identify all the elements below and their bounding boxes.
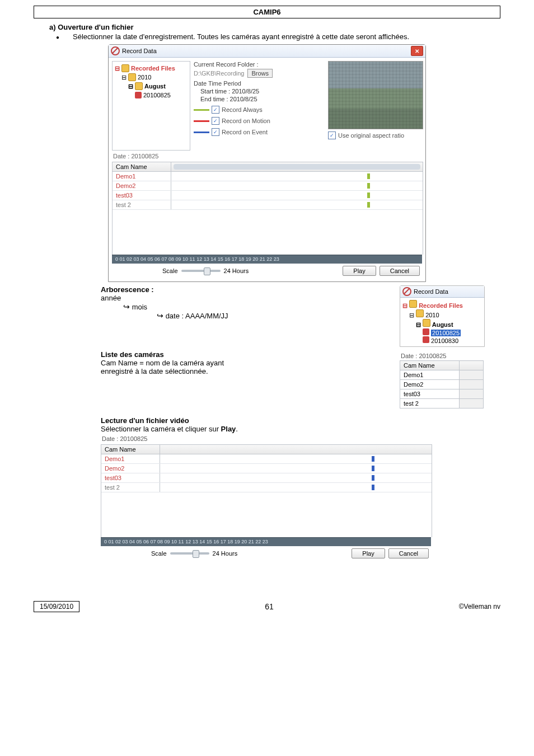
close-icon[interactable]: ✕ bbox=[411, 46, 423, 56]
record-data-window: Record Data ✕ ⊟ Recorded Files ⊟ 2010 ⊟ … bbox=[108, 44, 426, 282]
clb-cam: test 2 bbox=[400, 399, 460, 408]
current-folder-label: Current Record Folder : bbox=[194, 61, 325, 68]
blip bbox=[367, 183, 370, 189]
t2-date-value: 20100825 bbox=[120, 435, 147, 442]
arrow-icon: ↪ bbox=[157, 311, 163, 320]
mini-d2[interactable]: 20100830 bbox=[431, 337, 458, 344]
timeline-ruler-2: 0 01 02 03 04 05 06 07 08 09 10 11 12 13… bbox=[101, 537, 431, 546]
blip bbox=[372, 466, 374, 471]
table-row[interactable]: test 2 bbox=[400, 399, 484, 408]
record-icon bbox=[423, 328, 429, 335]
blip bbox=[372, 456, 374, 462]
table-row[interactable]: test03 bbox=[400, 389, 484, 399]
clb-cam: Demo2 bbox=[400, 380, 460, 389]
timeline-widget-2: Date : 20100825 Cam Name Demo1 Demo2 tes… bbox=[101, 435, 431, 562]
blip bbox=[367, 192, 370, 198]
tree-collapse-icon[interactable]: ⊟ bbox=[121, 73, 127, 82]
play-button[interactable]: Play bbox=[343, 266, 376, 276]
window-titlebar: Record Data ✕ bbox=[109, 45, 425, 58]
lecture-desc-pre: Sélectionner la caméra et cliquer sur bbox=[101, 425, 221, 433]
scale-slider-2[interactable] bbox=[170, 552, 209, 555]
cam-name: test03 bbox=[113, 191, 171, 200]
checkbox-event[interactable]: ✓ bbox=[212, 128, 219, 136]
cam-name: Demo1 bbox=[101, 454, 160, 463]
tree-date[interactable]: 20100825 bbox=[143, 91, 171, 100]
checkbox-always[interactable]: ✓ bbox=[212, 106, 219, 114]
clb-cam: test03 bbox=[400, 389, 460, 399]
checkbox-aspect[interactable]: ✓ bbox=[328, 132, 336, 139]
arrow-icon: ↪ bbox=[123, 302, 130, 311]
tree-pane: ⊟ Recorded Files ⊟ 2010 ⊟ August 2010082… bbox=[112, 61, 190, 151]
table-row[interactable]: test03 bbox=[113, 191, 423, 200]
cam-header: Cam Name bbox=[113, 162, 171, 171]
app-icon bbox=[111, 46, 120, 55]
start-time-label: Start time : bbox=[200, 88, 230, 95]
table-row[interactable]: Demo1 bbox=[101, 454, 432, 464]
t2-cam-header: Cam Name bbox=[101, 445, 160, 454]
cancel-button[interactable]: Cancel bbox=[380, 266, 420, 276]
table-row[interactable]: Demo2 bbox=[400, 380, 484, 389]
arbo-month: mois bbox=[132, 303, 147, 311]
mini-title: Record Data bbox=[414, 288, 448, 295]
folder-icon bbox=[416, 309, 424, 317]
preview-image bbox=[328, 61, 423, 129]
folder-icon bbox=[423, 319, 430, 327]
table-row[interactable]: Demo2 bbox=[101, 464, 432, 473]
table-row[interactable]: Demo1 bbox=[400, 370, 484, 380]
clb-side[interactable] bbox=[460, 361, 484, 370]
cam-name: test 2 bbox=[101, 483, 160, 492]
folder-icon bbox=[128, 73, 136, 81]
cam-name: test03 bbox=[101, 473, 160, 482]
table-row[interactable]: test03 bbox=[101, 473, 432, 483]
arbo-title: Arborescence : bbox=[101, 285, 383, 294]
cam-name: Demo2 bbox=[113, 181, 171, 190]
tree-collapse-icon[interactable]: ⊟ bbox=[115, 64, 120, 73]
date-period-label: Date Time Period bbox=[194, 80, 325, 87]
table-row[interactable]: Demo2 bbox=[113, 181, 423, 191]
mini-year[interactable]: 2010 bbox=[425, 312, 439, 318]
scale-value: 24 Hours bbox=[224, 267, 249, 274]
browse-button[interactable]: Brows bbox=[247, 69, 273, 78]
checkbox-motion[interactable]: ✓ bbox=[212, 117, 219, 125]
date-label: Date : bbox=[113, 153, 129, 159]
folder-icon bbox=[409, 300, 417, 308]
table-row[interactable]: test 2 bbox=[113, 200, 423, 210]
tree-month[interactable]: August bbox=[144, 82, 166, 91]
scale-slider[interactable] bbox=[181, 270, 221, 272]
record-icon bbox=[135, 92, 142, 98]
cam-list-box: Date : 20100825 Cam Name Demo1 Demo2 tes… bbox=[400, 353, 484, 408]
lecture-desc-bold: Play bbox=[221, 425, 236, 433]
clb-header: Cam Name bbox=[400, 361, 460, 370]
folder-icon bbox=[121, 64, 129, 72]
table-row[interactable]: test 2 bbox=[101, 483, 432, 492]
legend-event-color bbox=[194, 132, 209, 133]
clb-cam: Demo1 bbox=[400, 370, 460, 380]
tree-collapse-icon[interactable]: ⊟ bbox=[128, 82, 133, 91]
legend-motion-color bbox=[194, 120, 209, 122]
date-value: 20100825 bbox=[131, 153, 158, 159]
end-time-label: End time : bbox=[200, 96, 228, 102]
footer-date: 15/09/2010 bbox=[34, 601, 79, 612]
middle-pane: Current Record Folder : D:\GKB\Recording… bbox=[194, 61, 325, 151]
play-button-2[interactable]: Play bbox=[352, 548, 385, 558]
mini-scroll[interactable] bbox=[174, 164, 420, 170]
table-row[interactable]: Demo1 bbox=[113, 172, 423, 181]
tree-year[interactable]: 2010 bbox=[138, 73, 151, 82]
liste-cam-desc2: enregistré à la date sélectionnée. bbox=[101, 367, 383, 375]
t2-scale-label: Scale bbox=[151, 550, 167, 557]
mini-d1[interactable]: 20100825 bbox=[431, 330, 461, 336]
window-title: Record Data bbox=[122, 48, 157, 54]
liste-cam-title: Liste des caméras bbox=[101, 350, 383, 359]
clb-date-value: 20100825 bbox=[419, 353, 446, 359]
start-time-value: 2010/8/25 bbox=[232, 88, 259, 95]
cancel-button-2[interactable]: Cancel bbox=[388, 548, 429, 558]
mini-root[interactable]: Recorded Files bbox=[419, 302, 463, 309]
footer-copy: ©Velleman nv bbox=[459, 603, 500, 611]
section-a-bullet: Sélectionner la date d'enregistrement. T… bbox=[73, 32, 409, 41]
record-icon bbox=[423, 336, 429, 343]
mini-month[interactable]: August bbox=[432, 321, 453, 328]
tree-root[interactable]: Recorded Files bbox=[131, 64, 175, 73]
lecture-title: Lecture d'un fichier vidéo bbox=[101, 416, 500, 425]
cam-table: Cam Name Demo1 Demo2 test03 test 2 bbox=[112, 162, 423, 255]
footer-page: 61 bbox=[265, 602, 274, 611]
